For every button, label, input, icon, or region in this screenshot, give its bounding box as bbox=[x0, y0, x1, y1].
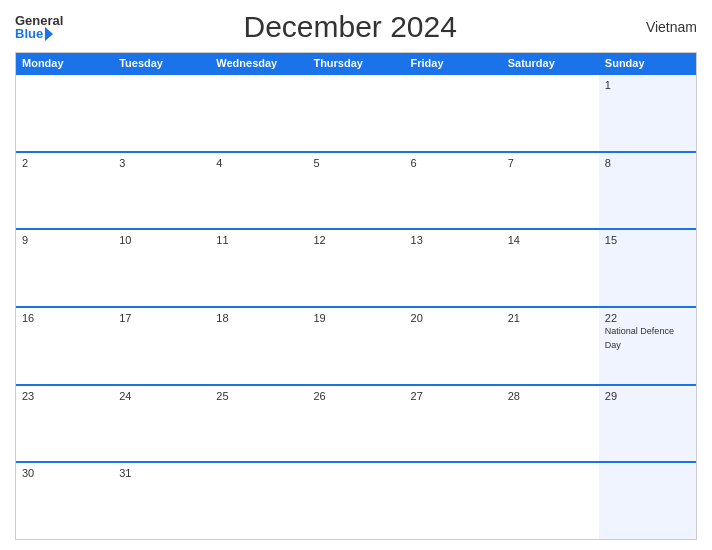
calendar-row-0: 1 bbox=[16, 73, 696, 151]
day-number: 9 bbox=[22, 234, 107, 246]
logo-blue-text: Blue bbox=[15, 27, 43, 40]
day-number: 11 bbox=[216, 234, 301, 246]
day-number: 7 bbox=[508, 157, 593, 169]
day-number: 17 bbox=[119, 312, 204, 324]
day-number: 23 bbox=[22, 390, 107, 402]
calendar-cell: 27 bbox=[405, 386, 502, 462]
calendar-cell: 25 bbox=[210, 386, 307, 462]
calendar-cell: 5 bbox=[307, 153, 404, 229]
day-number: 29 bbox=[605, 390, 690, 402]
calendar-cell: 28 bbox=[502, 386, 599, 462]
calendar-page: General Blue December 2024 Vietnam Monda… bbox=[0, 0, 712, 550]
calendar-cell: 23 bbox=[16, 386, 113, 462]
day-number: 13 bbox=[411, 234, 496, 246]
day-number: 30 bbox=[22, 467, 107, 479]
day-number: 4 bbox=[216, 157, 301, 169]
header-cell-saturday: Saturday bbox=[502, 53, 599, 73]
calendar-cell bbox=[307, 463, 404, 539]
calendar-cell: 7 bbox=[502, 153, 599, 229]
calendar-cell bbox=[210, 463, 307, 539]
calendar-row-1: 2345678 bbox=[16, 151, 696, 229]
calendar-body: 12345678910111213141516171819202122Natio… bbox=[16, 73, 696, 539]
calendar-cell: 22National Defence Day bbox=[599, 308, 696, 384]
day-number: 25 bbox=[216, 390, 301, 402]
calendar-cell bbox=[16, 75, 113, 151]
calendar-cell: 3 bbox=[113, 153, 210, 229]
logo: General Blue bbox=[15, 14, 63, 41]
day-number: 1 bbox=[605, 79, 690, 91]
calendar-cell: 16 bbox=[16, 308, 113, 384]
day-number: 27 bbox=[411, 390, 496, 402]
page-header: General Blue December 2024 Vietnam bbox=[15, 10, 697, 44]
calendar-cell: 31 bbox=[113, 463, 210, 539]
calendar-cell: 29 bbox=[599, 386, 696, 462]
header-cell-wednesday: Wednesday bbox=[210, 53, 307, 73]
header-cell-monday: Monday bbox=[16, 53, 113, 73]
day-number: 28 bbox=[508, 390, 593, 402]
calendar-cell: 10 bbox=[113, 230, 210, 306]
day-number: 16 bbox=[22, 312, 107, 324]
calendar-row-4: 23242526272829 bbox=[16, 384, 696, 462]
calendar-cell: 15 bbox=[599, 230, 696, 306]
header-cell-sunday: Sunday bbox=[599, 53, 696, 73]
calendar-cell: 2 bbox=[16, 153, 113, 229]
calendar-grid: MondayTuesdayWednesdayThursdayFridaySatu… bbox=[15, 52, 697, 540]
day-number: 26 bbox=[313, 390, 398, 402]
calendar-cell bbox=[210, 75, 307, 151]
calendar-cell bbox=[599, 463, 696, 539]
calendar-cell: 13 bbox=[405, 230, 502, 306]
calendar-cell: 1 bbox=[599, 75, 696, 151]
calendar-cell bbox=[307, 75, 404, 151]
day-number: 15 bbox=[605, 234, 690, 246]
calendar-cell: 6 bbox=[405, 153, 502, 229]
header-cell-thursday: Thursday bbox=[307, 53, 404, 73]
calendar-cell: 14 bbox=[502, 230, 599, 306]
calendar-cell bbox=[113, 75, 210, 151]
calendar-cell: 19 bbox=[307, 308, 404, 384]
day-number: 19 bbox=[313, 312, 398, 324]
day-number: 14 bbox=[508, 234, 593, 246]
calendar-cell: 18 bbox=[210, 308, 307, 384]
day-number: 20 bbox=[411, 312, 496, 324]
event-label: National Defence Day bbox=[605, 326, 674, 350]
calendar-cell: 24 bbox=[113, 386, 210, 462]
logo-triangle-icon bbox=[45, 27, 53, 41]
day-number: 31 bbox=[119, 467, 204, 479]
calendar-header: MondayTuesdayWednesdayThursdayFridaySatu… bbox=[16, 53, 696, 73]
calendar-row-5: 3031 bbox=[16, 461, 696, 539]
day-number: 5 bbox=[313, 157, 398, 169]
calendar-cell: 8 bbox=[599, 153, 696, 229]
calendar-cell bbox=[502, 75, 599, 151]
calendar-cell: 26 bbox=[307, 386, 404, 462]
day-number: 6 bbox=[411, 157, 496, 169]
calendar-cell bbox=[502, 463, 599, 539]
calendar-row-2: 9101112131415 bbox=[16, 228, 696, 306]
day-number: 21 bbox=[508, 312, 593, 324]
day-number: 10 bbox=[119, 234, 204, 246]
page-title: December 2024 bbox=[63, 10, 637, 44]
day-number: 22 bbox=[605, 312, 690, 324]
calendar-cell: 4 bbox=[210, 153, 307, 229]
day-number: 3 bbox=[119, 157, 204, 169]
calendar-cell: 12 bbox=[307, 230, 404, 306]
day-number: 8 bbox=[605, 157, 690, 169]
day-number: 18 bbox=[216, 312, 301, 324]
header-cell-tuesday: Tuesday bbox=[113, 53, 210, 73]
header-cell-friday: Friday bbox=[405, 53, 502, 73]
logo-general-text: General bbox=[15, 14, 63, 27]
calendar-cell: 17 bbox=[113, 308, 210, 384]
calendar-cell: 21 bbox=[502, 308, 599, 384]
calendar-cell bbox=[405, 75, 502, 151]
calendar-cell: 11 bbox=[210, 230, 307, 306]
calendar-row-3: 16171819202122National Defence Day bbox=[16, 306, 696, 384]
calendar-cell: 30 bbox=[16, 463, 113, 539]
day-number: 2 bbox=[22, 157, 107, 169]
calendar-cell: 20 bbox=[405, 308, 502, 384]
day-number: 12 bbox=[313, 234, 398, 246]
calendar-cell bbox=[405, 463, 502, 539]
calendar-cell: 9 bbox=[16, 230, 113, 306]
day-number: 24 bbox=[119, 390, 204, 402]
country-label: Vietnam bbox=[637, 19, 697, 35]
